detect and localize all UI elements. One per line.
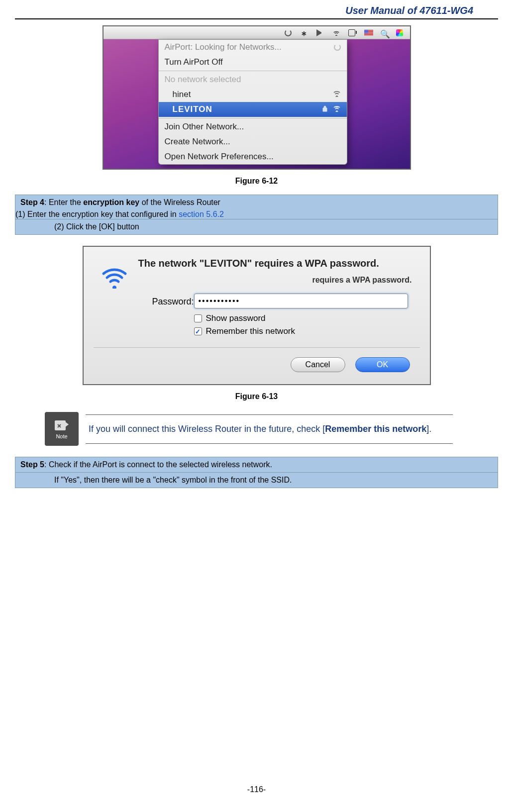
create-network-item[interactable]: Create Network...	[159, 134, 347, 149]
step-4-ln2: (2) Click the [OK] button	[15, 219, 498, 234]
airport-large-icon	[101, 267, 128, 289]
wifi-icon	[332, 29, 339, 36]
color-wheel-icon	[396, 29, 403, 36]
step-4-block: Step 4: Enter the encryption key of the …	[15, 195, 498, 235]
note-text: If you will connect this Wireless Router…	[86, 414, 453, 444]
join-other-item[interactable]: Join Other Network...	[159, 119, 347, 134]
flag-us-icon	[364, 29, 371, 36]
cancel-button[interactable]: Cancel	[291, 357, 345, 372]
dialog-title: The network "LEVITON" requires a WPA pas…	[138, 258, 415, 269]
password-label: Password:	[152, 297, 194, 307]
step-5-heading: Step 5: Check if the AirPort is connect …	[15, 457, 498, 472]
password-field[interactable]: •••••••••••	[194, 294, 408, 308]
checkbox-icon	[194, 314, 202, 322]
ssid-label: hinet	[173, 90, 191, 100]
busy-spinner-icon	[334, 44, 341, 51]
page-number: -116-	[0, 785, 513, 794]
figure-6-12-caption: Figure 6-12	[15, 177, 498, 186]
network-item-hinet[interactable]: hinet	[159, 87, 347, 102]
network-item-leviton[interactable]: LEVITON	[159, 102, 347, 117]
step-5-sub: If "Yes", then there will be a "check" s…	[15, 472, 498, 488]
airport-status-label: AirPort: Looking for Networks...	[165, 42, 282, 52]
figure-6-13-caption: Figure 6-13	[15, 392, 498, 401]
checkbox-icon: ✓	[194, 327, 202, 335]
sync-icon	[285, 29, 292, 36]
doc-header: User Manual of 47611-WG4	[15, 5, 498, 18]
header-rule	[15, 18, 498, 19]
battery-icon	[348, 29, 355, 36]
note-icon: Note	[45, 412, 79, 446]
menu-separator	[159, 118, 347, 118]
mac-menubar: ∗ 🔍	[103, 26, 410, 39]
section-5-6-2-link[interactable]: section 5.6.2	[179, 210, 224, 218]
note-block: Note If you will connect this Wireless R…	[45, 412, 453, 446]
figure-6-13-dialog: The network "LEVITON" requires a WPA pas…	[83, 246, 431, 385]
remember-network-checkbox[interactable]: ✓ Remember this network	[194, 326, 296, 336]
open-prefs-item[interactable]: Open Network Preferences...	[159, 149, 347, 164]
step-5-block: Step 5: Check if the AirPort is connect …	[15, 457, 498, 488]
bluetooth-icon: ∗	[301, 29, 308, 36]
remember-network-label: Remember this network	[206, 326, 296, 336]
airport-toggle-item[interactable]: Turn AirPort Off	[159, 55, 347, 70]
show-password-checkbox[interactable]: Show password	[194, 313, 266, 323]
svg-rect-1	[364, 30, 368, 33]
ok-button[interactable]: OK	[355, 357, 410, 372]
step-4-heading: Step 4: Enter the encryption key of the …	[15, 195, 498, 210]
show-password-label: Show password	[206, 313, 266, 323]
signal-icon	[333, 90, 341, 100]
dialog-subtitle: requires a WPA password.	[312, 276, 411, 285]
volume-icon	[316, 29, 323, 36]
spotlight-icon: 🔍	[380, 29, 387, 36]
menu-separator	[159, 71, 347, 71]
figure-6-12-screenshot: ∗ 🔍 AirPort: Looking for Networks... Tur…	[103, 25, 411, 170]
airport-dropdown: AirPort: Looking for Networks... Turn Ai…	[158, 39, 347, 165]
signal-icon	[333, 104, 341, 114]
no-network-label: No network selected	[159, 72, 347, 87]
dialog-separator	[94, 347, 420, 348]
ssid-label: LEVITON	[173, 104, 212, 114]
lock-icon	[321, 104, 329, 114]
